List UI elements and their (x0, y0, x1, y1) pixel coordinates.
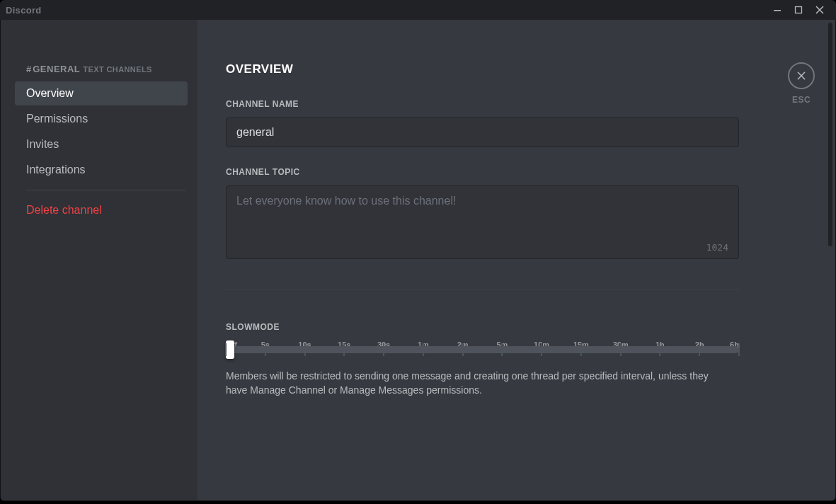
window-close-button[interactable] (809, 0, 830, 20)
sidebar-item-label: Permissions (26, 113, 88, 125)
window-minimize-button[interactable] (767, 0, 788, 20)
slowmode-slider-handle[interactable] (226, 340, 234, 359)
slowmode-tick (462, 343, 464, 356)
slowmode-tick (225, 343, 227, 356)
sidebar-item-label: Invites (26, 138, 59, 150)
sidebar-item-label: Delete channel (26, 204, 102, 216)
slowmode-tick (659, 343, 660, 356)
slowmode-slider[interactable] (226, 346, 739, 353)
slowmode-tick (343, 343, 345, 356)
slowmode-tick (501, 343, 503, 356)
close-icon (796, 70, 807, 81)
minimize-icon (773, 6, 781, 14)
slowmode-tick (699, 343, 700, 356)
slowmode-label: SLOWMODE (226, 322, 739, 332)
esc-label: ESC (792, 95, 811, 105)
sidebar-item-overview[interactable]: Overview (15, 81, 188, 105)
settings-content: OVERVIEW CHANNEL NAME CHANNEL TOPIC 1024… (197, 20, 767, 500)
sidebar-item-delete-channel[interactable]: Delete channel (15, 198, 188, 222)
maximize-icon (794, 6, 803, 14)
slowmode-tick (580, 343, 582, 356)
channel-name-label: CHANNEL NAME (226, 99, 739, 109)
slowmode-tick (265, 343, 266, 356)
slowmode-tick (423, 343, 424, 356)
sidebar-item-label: Integrations (26, 164, 86, 176)
window-maximize-button[interactable] (788, 0, 809, 20)
slowmode-tick (541, 343, 542, 356)
close-icon (815, 6, 824, 14)
section-divider (226, 289, 739, 290)
channel-name-input[interactable] (226, 118, 739, 147)
svg-rect-1 (796, 7, 802, 13)
slowmode-tick (304, 343, 306, 356)
close-settings-button[interactable] (788, 62, 815, 89)
page-title: OVERVIEW (226, 62, 739, 76)
sidebar-header: #GENERALTEXT CHANNELS (1, 62, 193, 81)
app-title: Discord (6, 5, 42, 16)
sidebar-divider (26, 190, 186, 190)
settings-sidebar: #GENERALTEXT CHANNELS Overview Permissio… (1, 20, 197, 500)
svg-rect-0 (774, 10, 781, 11)
slowmode-tick (620, 343, 622, 356)
channel-topic-remaining: 1024 (706, 242, 728, 253)
sidebar-category-label: TEXT CHANNELS (83, 65, 151, 74)
window-titlebar: Discord (0, 0, 836, 20)
sidebar-channel-name: GENERAL (33, 64, 80, 74)
channel-topic-input[interactable] (236, 195, 728, 234)
sidebar-item-integrations[interactable]: Integrations (15, 158, 188, 182)
sidebar-item-label: Overview (26, 87, 74, 99)
slowmode-description: Members will be restricted to sending on… (226, 369, 721, 398)
channel-topic-field[interactable]: 1024 (226, 185, 739, 259)
hash-icon: # (26, 64, 31, 74)
channel-topic-label: CHANNEL TOPIC (226, 167, 739, 177)
slowmode-tick (738, 343, 740, 356)
sidebar-item-permissions[interactable]: Permissions (15, 107, 188, 131)
sidebar-item-invites[interactable]: Invites (15, 132, 188, 156)
slowmode-tick (383, 343, 384, 356)
